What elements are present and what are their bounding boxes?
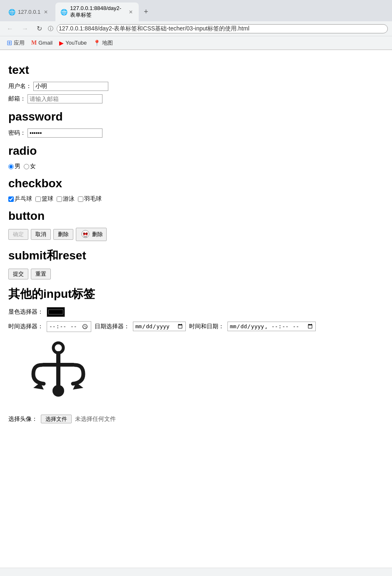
checkbox-basketball-text: 篮球 [42, 195, 53, 203]
color-row: 显色选择器： [8, 307, 367, 317]
email-label: 邮箱： [8, 95, 26, 103]
anchor-container [8, 339, 367, 409]
checkbox-badminton[interactable] [78, 196, 83, 202]
section-password-heading: password [8, 110, 367, 123]
color-label: 显色选择器： [8, 308, 43, 316]
tab-bar: 🌐 127.0.0.1 ✕ 🌐 127.0.0.1:8848/day2-表单标签… [0, 0, 392, 21]
address-bar: ← → ↻ ⓘ [0, 21, 392, 36]
checkbox-pingpong-text: 乒乓球 [15, 195, 32, 203]
color-input[interactable] [47, 307, 65, 317]
svg-point-8 [52, 385, 64, 397]
section-radio-heading: radio [8, 144, 367, 158]
tab-1-title: 127.0.0.1 [18, 9, 40, 15]
checkbox-swim[interactable] [57, 196, 62, 202]
section-submitreset-heading: submit和reset [8, 248, 367, 264]
back-button[interactable]: ← [4, 24, 16, 33]
bookmark-gmail[interactable]: M Gmail [29, 39, 55, 47]
bookmark-youtube-label: YouTube [65, 40, 87, 46]
confirm-button[interactable]: 确定 [8, 229, 28, 240]
section-other-heading: 其他的input标签 [8, 286, 367, 302]
submit-reset-group: 提交 重置 [8, 269, 367, 279]
time-label: 时间选择器： [8, 323, 43, 330]
svg-rect-7 [42, 363, 75, 367]
cancel-button[interactable]: 取消 [31, 229, 51, 240]
tab-1-icon: 🌐 [8, 9, 15, 15]
email-row: 邮箱： [8, 94, 367, 103]
skull-icon [80, 229, 91, 239]
browser-chrome: 🌐 127.0.0.1 ✕ 🌐 127.0.0.1:8848/day2-表单标签… [0, 0, 392, 50]
secure-icon: ⓘ [48, 25, 53, 33]
email-input[interactable] [27, 94, 102, 103]
maps-icon: 📍 [93, 40, 100, 46]
username-row: 用户名： [8, 82, 367, 91]
username-input[interactable] [33, 82, 108, 91]
delete-button[interactable]: 删除 [53, 229, 73, 240]
date-label: 日期选择器： [95, 323, 130, 330]
tab-1[interactable]: 🌐 127.0.0.1 ✕ [3, 6, 54, 18]
date-input[interactable] [133, 322, 186, 331]
radio-female[interactable] [24, 164, 29, 169]
gmail-icon: M [31, 40, 37, 46]
checkbox-pingpong-label[interactable]: 乒乓球 [8, 195, 32, 203]
time-date-row: 时间选择器： 日期选择器： 时间和日期： [8, 321, 367, 332]
file-label: 选择头像： [8, 415, 37, 423]
reload-button[interactable]: ↻ [34, 24, 45, 33]
apps-icon: ⊞ [7, 39, 12, 47]
tab-2-close[interactable]: ✕ [128, 9, 134, 15]
svg-rect-6 [56, 351, 60, 389]
tab-2-icon: 🌐 [60, 9, 67, 15]
youtube-icon: ▶ [59, 40, 64, 46]
other-inputs: 显色选择器： 时间选择器： 日期选择器： 时间和日期： [8, 307, 367, 332]
bookmark-apps[interactable]: ⊞ 应用 [4, 38, 27, 48]
section-checkbox-heading: checkbox [8, 177, 367, 190]
forward-button[interactable]: → [19, 24, 31, 33]
new-tab-button[interactable]: + [140, 6, 152, 18]
radio-male[interactable] [8, 164, 14, 169]
bookmark-maps[interactable]: 📍 地图 [91, 38, 115, 48]
radio-female-text: 女 [30, 163, 36, 170]
anchor-image [25, 339, 92, 405]
checkbox-swim-label[interactable]: 游泳 [57, 195, 75, 203]
tab-2-title: 127.0.0.1:8848/day2-表单标签 [70, 5, 125, 19]
radio-group: 男 女 [8, 163, 367, 170]
radio-male-label[interactable]: 男 [8, 163, 20, 170]
password-label: 密码： [8, 129, 26, 137]
file-no-file-label: 未选择任何文件 [75, 415, 116, 423]
checkbox-basketball[interactable] [35, 196, 41, 202]
bookmark-gmail-label: Gmail [38, 40, 52, 46]
checkbox-badminton-text: 羽毛球 [84, 195, 102, 203]
file-choose-button[interactable]: 选择文件 [41, 415, 72, 423]
bookmarks-bar: ⊞ 应用 M Gmail ▶ YouTube 📍 地图 [0, 36, 392, 50]
checkbox-swim-text: 游泳 [63, 195, 75, 203]
checkbox-group: 乒乓球 篮球 游泳 羽毛球 [8, 195, 367, 203]
file-row: 选择头像： 选择文件 未选择任何文件 [8, 415, 367, 423]
tab-1-close[interactable]: ✕ [43, 9, 49, 15]
url-input[interactable] [57, 24, 388, 33]
checkbox-pingpong[interactable] [8, 196, 14, 202]
image-delete-label: 删除 [92, 231, 103, 238]
password-input[interactable] [27, 128, 102, 138]
checkbox-badminton-label[interactable]: 羽毛球 [78, 195, 102, 203]
reset-button[interactable]: 重置 [31, 269, 51, 279]
password-row: 密码： [8, 128, 367, 138]
bookmark-maps-label: 地图 [102, 39, 113, 47]
section-text-heading: text [8, 63, 367, 77]
bookmark-apps-label: 应用 [14, 39, 25, 47]
username-label: 用户名： [8, 83, 32, 90]
checkbox-basketball-label[interactable]: 篮球 [35, 195, 53, 203]
section-button-heading: button [8, 209, 367, 223]
submit-button[interactable]: 提交 [8, 269, 28, 279]
datetime-input[interactable] [227, 322, 316, 331]
button-group: 确定 取消 删除 删除 [8, 228, 367, 241]
radio-female-label[interactable]: 女 [24, 163, 36, 170]
page-content: text 用户名： 邮箱： password 密码： radio 男 女 che… [0, 50, 375, 433]
bookmark-youtube[interactable]: ▶ YouTube [57, 39, 89, 47]
datetime-label: 时间和日期： [189, 323, 224, 330]
image-delete-button[interactable]: 删除 [76, 228, 107, 241]
tab-2[interactable]: 🌐 127.0.0.1:8848/day2-表单标签 ✕ [55, 3, 139, 21]
radio-male-text: 男 [15, 163, 20, 170]
time-input[interactable] [47, 321, 91, 332]
